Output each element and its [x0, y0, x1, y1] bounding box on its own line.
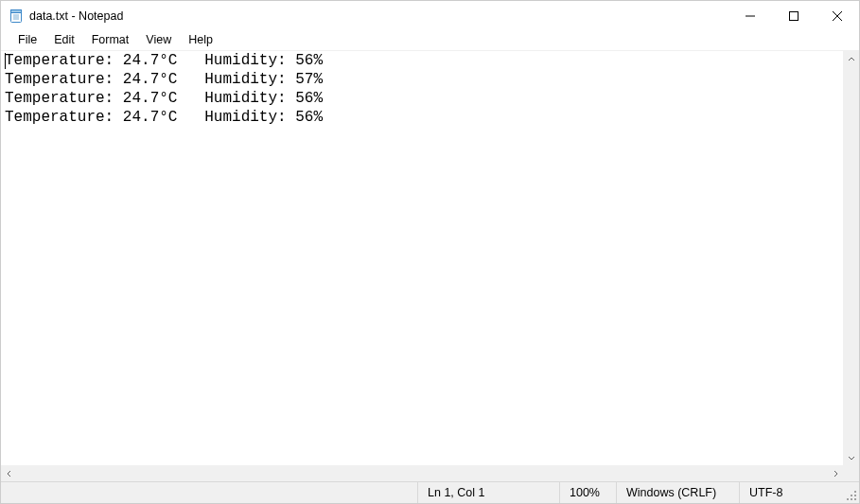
- close-button[interactable]: [816, 1, 859, 31]
- scroll-up-icon[interactable]: [843, 51, 859, 67]
- window-title: data.txt - Notepad: [29, 9, 123, 23]
- scroll-down-icon[interactable]: [843, 449, 859, 465]
- window-controls: [728, 1, 859, 31]
- status-position: Ln 1, Col 1: [417, 482, 559, 503]
- status-zoom: 100%: [559, 482, 616, 503]
- status-encoding: UTF-8: [739, 482, 843, 503]
- menu-edit[interactable]: Edit: [46, 32, 82, 47]
- menu-view[interactable]: View: [138, 32, 179, 47]
- close-icon: [833, 11, 842, 21]
- minimize-button[interactable]: [728, 1, 772, 31]
- menu-help[interactable]: Help: [181, 32, 220, 47]
- notepad-icon: [9, 9, 24, 24]
- notepad-window: data.txt - Notepad File Edit Format View…: [0, 0, 860, 504]
- scroll-corner: [843, 465, 859, 481]
- svg-rect-6: [790, 12, 799, 21]
- scroll-left-icon[interactable]: [1, 465, 17, 481]
- menu-file[interactable]: File: [10, 32, 44, 47]
- vertical-scrollbar[interactable]: [843, 51, 859, 465]
- menubar: File Edit Format View Help: [1, 31, 859, 50]
- minimize-icon: [746, 11, 755, 21]
- scroll-right-icon[interactable]: [827, 465, 843, 481]
- menu-format[interactable]: Format: [84, 32, 137, 47]
- grip-icon: [846, 490, 857, 501]
- svg-rect-1: [11, 10, 22, 13]
- text-editor[interactable]: Temperature: 24.7°C Humidity: 56% Temper…: [1, 51, 843, 465]
- resize-grip[interactable]: [843, 482, 859, 503]
- horizontal-scrollbar[interactable]: [1, 465, 843, 481]
- maximize-button[interactable]: [772, 1, 816, 31]
- status-spacer: [1, 482, 417, 503]
- text-caret: [5, 53, 6, 69]
- maximize-icon: [789, 11, 799, 21]
- editor-area: Temperature: 24.7°C Humidity: 56% Temper…: [1, 50, 859, 481]
- titlebar[interactable]: data.txt - Notepad: [1, 1, 859, 31]
- statusbar: Ln 1, Col 1 100% Windows (CRLF) UTF-8: [1, 481, 859, 503]
- status-line-ending: Windows (CRLF): [616, 482, 739, 503]
